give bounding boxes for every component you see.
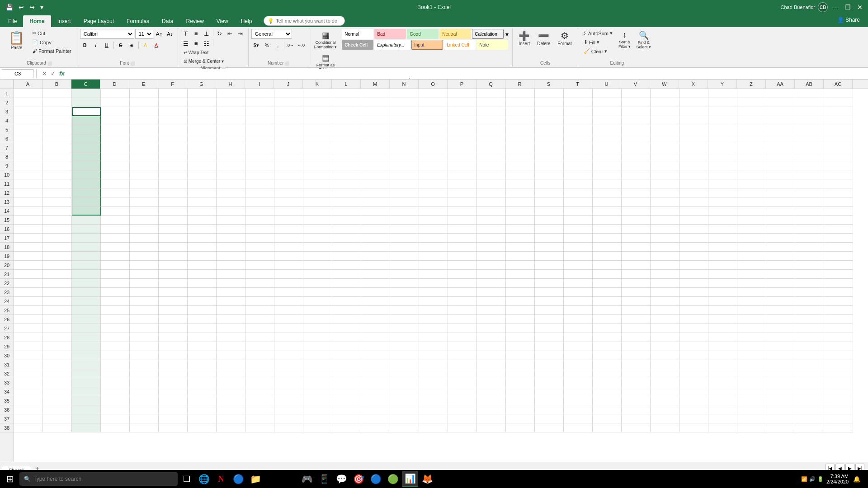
cell-L25[interactable] [332, 306, 361, 315]
cell-F36[interactable] [159, 405, 188, 414]
cell-Q27[interactable] [477, 324, 506, 333]
cell-O10[interactable] [419, 170, 448, 179]
cell-K26[interactable] [303, 315, 332, 324]
cell-U21[interactable] [593, 270, 622, 279]
cell-D19[interactable] [101, 252, 130, 261]
cell-O12[interactable] [419, 188, 448, 197]
cell-D17[interactable] [101, 234, 130, 243]
task-view-button[interactable]: ❑ [179, 471, 195, 487]
cell-U7[interactable] [593, 143, 622, 152]
cell-L15[interactable] [332, 216, 361, 225]
cell-S21[interactable] [535, 270, 564, 279]
cell-G5[interactable] [188, 125, 217, 134]
cell-W36[interactable] [651, 405, 679, 414]
cell-C17[interactable] [72, 234, 101, 243]
cell-N28[interactable] [390, 333, 419, 342]
cell-T33[interactable] [564, 378, 593, 387]
cell-N26[interactable] [390, 315, 419, 324]
cell-AA6[interactable] [766, 134, 795, 143]
format-painter-button[interactable]: 🖌 Format Painter [29, 47, 74, 55]
cell-N21[interactable] [390, 270, 419, 279]
cell-Y24[interactable] [708, 297, 737, 306]
cell-U11[interactable] [593, 179, 622, 188]
cell-AA33[interactable] [766, 378, 795, 387]
cell-Z20[interactable] [737, 261, 766, 270]
cell-L14[interactable] [332, 206, 361, 216]
cell-C3[interactable] [72, 107, 101, 116]
cell-H30[interactable] [217, 351, 245, 360]
font-color-button[interactable]: A [151, 41, 161, 50]
cell-D32[interactable] [101, 369, 130, 378]
cell-T22[interactable] [564, 279, 593, 288]
cell-V34[interactable] [622, 387, 651, 396]
cell-I29[interactable] [245, 342, 274, 351]
cell-Y28[interactable] [708, 333, 737, 342]
cell-O8[interactable] [419, 152, 448, 161]
cell-B12[interactable] [43, 188, 72, 197]
cell-K12[interactable] [303, 188, 332, 197]
cell-K38[interactable] [303, 423, 332, 432]
cell-Q26[interactable] [477, 315, 506, 324]
cell-M14[interactable] [361, 206, 390, 216]
cell-N2[interactable] [390, 98, 419, 107]
cell-I28[interactable] [245, 333, 274, 342]
cell-E15[interactable] [130, 216, 159, 225]
cell-T38[interactable] [564, 423, 593, 432]
cell-T31[interactable] [564, 360, 593, 369]
cell-N10[interactable] [390, 170, 419, 179]
cell-K37[interactable] [303, 414, 332, 423]
cell-L34[interactable] [332, 387, 361, 396]
cell-A21[interactable] [14, 270, 43, 279]
cell-AB35[interactable] [795, 396, 824, 405]
cell-Q9[interactable] [477, 161, 506, 170]
cell-G24[interactable] [188, 297, 217, 306]
cell-L30[interactable] [332, 351, 361, 360]
cell-N35[interactable] [390, 396, 419, 405]
cell-X38[interactable] [679, 423, 708, 432]
cell-U9[interactable] [593, 161, 622, 170]
row-header-11[interactable]: 11 [0, 179, 14, 188]
cell-Y17[interactable] [708, 234, 737, 243]
cell-K11[interactable] [303, 179, 332, 188]
cell-T3[interactable] [564, 107, 593, 116]
cell-F34[interactable] [159, 387, 188, 396]
cell-AB36[interactable] [795, 405, 824, 414]
cell-P14[interactable] [448, 206, 477, 216]
cell-G37[interactable] [188, 414, 217, 423]
cell-Q5[interactable] [477, 125, 506, 134]
cell-G15[interactable] [188, 216, 217, 225]
cell-Y19[interactable] [708, 252, 737, 261]
cell-E29[interactable] [130, 342, 159, 351]
formula-input[interactable] [69, 69, 866, 78]
cell-I3[interactable] [245, 107, 274, 116]
cell-W21[interactable] [651, 270, 679, 279]
cell-U33[interactable] [593, 378, 622, 387]
cell-J7[interactable] [274, 143, 303, 152]
cell-S30[interactable] [535, 351, 564, 360]
cell-U22[interactable] [593, 279, 622, 288]
cell-J20[interactable] [274, 261, 303, 270]
cell-G13[interactable] [188, 197, 217, 206]
cell-X35[interactable] [679, 396, 708, 405]
cell-AC31[interactable] [824, 360, 853, 369]
cell-A6[interactable] [14, 134, 43, 143]
cell-AA34[interactable] [766, 387, 795, 396]
cell-O5[interactable] [419, 125, 448, 134]
cell-C31[interactable] [72, 360, 101, 369]
cell-R10[interactable] [506, 170, 535, 179]
cell-Y38[interactable] [708, 423, 737, 432]
cell-O16[interactable] [419, 225, 448, 234]
row-header-34[interactable]: 34 [0, 387, 14, 396]
row-header-21[interactable]: 21 [0, 270, 14, 279]
cell-AA23[interactable] [766, 288, 795, 297]
cell-G27[interactable] [188, 324, 217, 333]
cell-AC35[interactable] [824, 396, 853, 405]
cell-A33[interactable] [14, 378, 43, 387]
cell-H35[interactable] [217, 396, 245, 405]
cell-D26[interactable] [101, 315, 130, 324]
cell-M5[interactable] [361, 125, 390, 134]
cell-L18[interactable] [332, 243, 361, 252]
cell-L3[interactable] [332, 107, 361, 116]
cell-V25[interactable] [622, 306, 651, 315]
cell-P8[interactable] [448, 152, 477, 161]
